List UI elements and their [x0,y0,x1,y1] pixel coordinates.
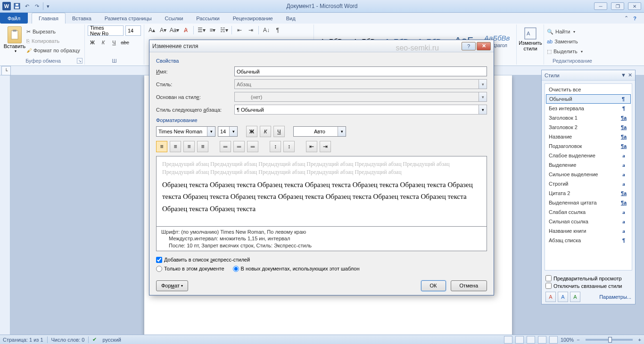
style-list-item[interactable]: Сильная ссылкаa [546,217,631,226]
tab-home[interactable]: Главная [32,13,66,24]
font-name-combo[interactable]: Times New Ro [88,25,124,36]
qat-save[interactable] [13,2,21,10]
styles-pane-title[interactable]: Стили ▼✕ [542,70,635,81]
tab-view[interactable]: Вид [280,13,302,24]
zoom-out-button[interactable]: − [577,337,579,343]
select-button[interactable]: ⬚Выделить▾ [547,47,598,56]
style-list-item[interactable]: Обычный¶ [546,94,631,104]
clipboard-launcher[interactable]: ↘ [77,58,83,64]
qat-customize[interactable]: ▾ [43,2,50,10]
style-list-item[interactable]: Без интервала¶ [546,104,631,113]
qat-undo[interactable]: ↶ [23,2,31,10]
disable-linked-checkbox[interactable] [545,283,552,289]
font-size-combo[interactable]: 14 [125,25,141,36]
change-case-button[interactable]: Aa▾ [170,25,179,35]
increase-indent-button[interactable]: ⇥ [246,25,256,35]
show-preview-checkbox[interactable] [545,275,552,281]
format-painter-button[interactable]: 🖌Формат по образцу [26,46,80,55]
bullets-button[interactable]: ☰▾ [197,25,206,35]
italic-button[interactable]: К [99,38,108,47]
style-list-item[interactable]: Слабое выделениеa [546,151,631,160]
chevron-down-icon[interactable]: ▾ [479,105,487,114]
qat-redo[interactable]: ↷ [33,2,41,10]
style-list-item[interactable]: Слабая ссылкаa [546,207,631,217]
replace-button[interactable]: abЗаменить [547,37,598,46]
underline-button[interactable]: Ч [109,38,119,47]
print-layout-view[interactable] [504,336,512,344]
decrease-indent-button[interactable]: ⇤ [235,25,244,35]
new-docs-radio[interactable] [233,266,239,272]
ok-button[interactable]: ОК [421,280,446,291]
paste-button[interactable]: Вставить ▾ [5,25,25,57]
style-list-item[interactable]: Выделениеa [546,160,631,170]
fullscreen-reading-view[interactable] [515,336,524,344]
outline-view[interactable] [538,336,546,344]
spell-check-icon[interactable]: ✔ [92,336,97,343]
zoom-in-button[interactable]: + [638,337,641,343]
dlg-bold-button[interactable]: Ж [246,126,257,137]
single-spacing-button[interactable]: ═ [220,141,231,152]
numbering-button[interactable]: ≡▾ [208,25,217,35]
close-button[interactable]: ✕ [628,2,641,10]
manage-styles-button[interactable]: A [570,292,580,302]
style-list-item[interactable]: Строгийa [546,179,631,188]
find-button[interactable]: 🔍Найти▾ [547,27,598,36]
style-list-item[interactable]: Абзац списка¶ [546,236,631,245]
onehalf-spacing-button[interactable]: ═ [233,141,245,152]
pane-close-icon[interactable]: ✕ [628,72,632,78]
sort-button[interactable]: A↓ [262,25,271,35]
tab-selector[interactable]: └ [1,66,11,75]
style-list-item[interactable]: Название¶a [546,132,631,141]
align-right-button[interactable]: ≡ [183,141,195,152]
add-to-quick-styles-checkbox[interactable] [156,257,162,263]
increase-para-space-button[interactable]: ↕ [270,141,281,152]
zoom-slider[interactable] [586,339,633,341]
new-style-button[interactable]: A [545,292,556,302]
clear-formatting-button[interactable]: A̷ [181,25,190,35]
chevron-down-icon[interactable]: ▾ [229,127,237,136]
web-layout-view[interactable] [527,336,535,344]
chevron-down-icon[interactable]: ▼ [621,72,626,78]
strikethrough-button[interactable]: abc [120,38,130,47]
chevron-down-icon[interactable]: ▾ [338,127,346,136]
dlg-font-size-combo[interactable]: 14▾ [218,126,238,137]
cancel-button[interactable]: Отмена [451,280,487,291]
tab-file[interactable]: Файл [0,13,28,24]
minimize-button[interactable]: ─ [594,2,607,10]
align-justify-button[interactable]: ≡ [197,141,208,152]
styles-list[interactable]: Очистить все Обычный¶Без интервала¶Загол… [545,83,632,270]
grow-font-button[interactable]: A▴ [147,25,157,35]
decrease-indent-button[interactable]: ⇤ [306,141,317,152]
zoom-level[interactable]: 100% [561,337,574,343]
bold-button[interactable]: Ж [88,38,97,47]
dlg-underline-button[interactable]: Ч [273,126,285,137]
style-list-item[interactable]: Подзаголовок¶a [546,141,631,151]
format-dropdown-button[interactable]: Формат▾ [156,280,188,291]
page-status[interactable]: Страница: 1 из 1 [3,337,43,343]
dialog-help-button[interactable]: ? [462,42,476,50]
style-list-item[interactable]: Заголовок 1¶a [546,113,631,123]
dlg-font-color-combo[interactable]: Авто▾ [293,126,346,137]
show-marks-button[interactable]: ¶ [273,25,282,35]
style-inspector-button[interactable]: A [558,292,568,302]
copy-button[interactable]: ⎘Копировать [26,37,80,45]
clear-all-item[interactable]: Очистить все [546,85,631,94]
style-list-item[interactable]: Заголовок 2¶a [546,123,631,132]
double-spacing-button[interactable]: ═ [247,141,258,152]
cut-button[interactable]: ✂Вырезать [26,27,80,36]
shrink-font-button[interactable]: A▾ [158,25,168,35]
tab-mailings[interactable]: Рассылки [190,13,226,24]
decrease-para-space-button[interactable]: ↕ [283,141,295,152]
change-styles-button[interactable]: A Изменить стили [520,25,541,51]
chevron-down-icon[interactable]: ▾ [207,127,215,136]
dlg-italic-button[interactable]: К [260,126,271,137]
only-this-doc-radio[interactable] [156,266,162,272]
increase-indent-button[interactable]: ⇥ [320,141,331,152]
align-left-button[interactable]: ≡ [156,141,167,152]
styles-options-link[interactable]: Параметры... [599,294,631,300]
tab-references[interactable]: Ссылки [158,13,190,24]
dialog-close-button[interactable]: ✕ [477,42,491,50]
tab-review[interactable]: Рецензирование [226,13,280,24]
style-name-input[interactable] [234,66,487,76]
next-style-combo[interactable]: ¶ Обычный▾ [234,105,487,115]
